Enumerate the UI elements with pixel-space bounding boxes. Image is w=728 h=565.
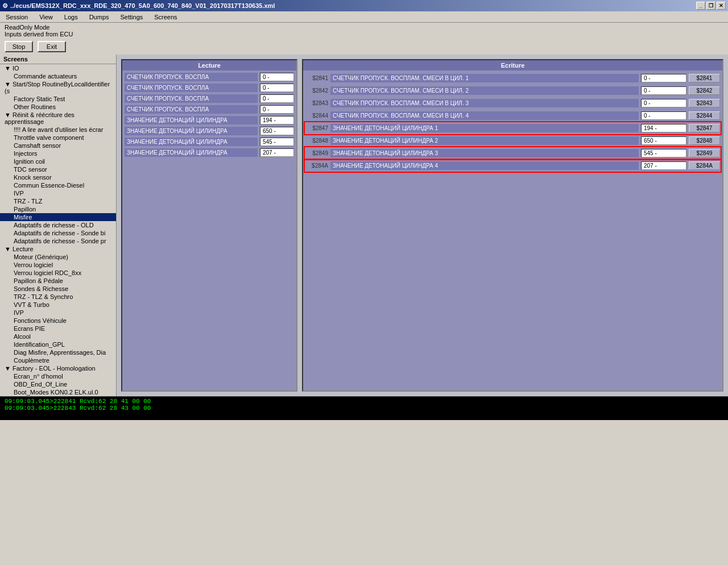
ecriture-addr: $2843 (305, 100, 328, 106)
sidebar-item[interactable]: Ignition coil (0, 157, 116, 165)
sidebar-item[interactable]: Knock sensor (0, 173, 116, 181)
ecriture-write-button[interactable]: $2842 (689, 86, 720, 95)
sidebar-item[interactable]: TRZ - TLZ & Synchro (0, 293, 116, 301)
ecriture-write-button[interactable]: $2844 (689, 111, 720, 120)
lecture-value[interactable]: 545 - (260, 138, 294, 146)
ecriture-value[interactable]: 0 - (641, 74, 686, 82)
sidebar-item[interactable]: Moteur (Générique) (0, 253, 116, 261)
ecriture-value[interactable]: 194 - (641, 124, 686, 132)
ecriture-addr: $2848 (305, 138, 328, 144)
ecriture-value[interactable]: 650 - (641, 136, 686, 145)
sidebar-item[interactable]: ▼ Réinit & réécriture des apprentissage (0, 111, 116, 126)
ecriture-label: СЧЕТЧИК ПРОПУСК. ВОСПЛАМ. СМЕСИ В ЦИЛ. 2 (330, 86, 639, 95)
sidebar-item[interactable]: Other Routines (0, 103, 116, 111)
menu-bar: SessionViewLogsDumpsSettingsScreens (0, 11, 728, 23)
ecriture-value[interactable]: 0 - (641, 99, 686, 107)
sidebar-item[interactable]: Adaptatifs de richesse - OLD (0, 221, 116, 229)
sidebar-item[interactable]: Ecran_n° d'homol (0, 372, 116, 380)
sidebar-item[interactable]: Boot_Modes KON0.2 ELK.ul.0 (0, 388, 116, 396)
ecriture-label: ЗНАЧЕНИЕ ДЕТОНАЦИЙ ЦИЛИНДРА 2 (330, 136, 639, 145)
sidebar-item[interactable]: Papillon (0, 205, 116, 213)
lecture-value[interactable]: 0 - (260, 84, 294, 92)
sidebar-item[interactable]: Adaptatifs de richesse - Sonde pr (0, 237, 116, 245)
ecriture-write-button[interactable]: $2847 (689, 124, 720, 132)
restore-button[interactable]: ❐ (706, 2, 715, 10)
sidebar-item[interactable]: ▼ Lecture (0, 245, 116, 253)
ecriture-value[interactable]: 0 - (641, 111, 686, 120)
lecture-value[interactable]: 0 - (260, 73, 294, 81)
lecture-label: СЧЕТЧИК ПРОПУСК. ВОСПЛА (125, 94, 258, 103)
ecriture-write-button[interactable]: $2849 (689, 149, 720, 157)
menu-item-screens[interactable]: Screens (151, 13, 180, 22)
sidebar-item[interactable]: Fonctions Véhicule (0, 317, 116, 325)
lecture-label: СЧЕТЧИК ПРОПУСК. ВОСПЛА (125, 105, 258, 114)
menu-item-settings[interactable]: Settings (117, 13, 147, 22)
sidebar-item[interactable]: TDC sensor (0, 165, 116, 173)
inputs-derived-label: Inputs derived from ECU (5, 31, 723, 38)
sidebar-item[interactable]: Alcool (0, 333, 116, 340)
sidebar-item[interactable]: Identification_GPL (0, 340, 116, 348)
sidebar-item[interactable]: TRZ - TLZ (0, 197, 116, 205)
ecriture-row: $2841СЧЕТЧИК ПРОПУСК. ВОСПЛАМ. СМЕСИ В Ц… (305, 73, 720, 84)
ecriture-write-button[interactable]: $2843 (689, 99, 720, 107)
exit-button[interactable]: Exit (38, 41, 66, 52)
ecriture-addr: $2841 (305, 75, 328, 81)
sidebar-item[interactable]: Factory Static Test (0, 95, 116, 103)
menu-item-logs[interactable]: Logs (61, 13, 81, 22)
lecture-value[interactable]: 650 - (260, 127, 294, 135)
lecture-value[interactable]: 207 - (260, 148, 294, 157)
ecriture-label: ЗНАЧЕНИЕ ДЕТОНАЦИЙ ЦИЛИНДРА 3 (330, 149, 639, 157)
sidebar-item[interactable]: Papillon & Pédale (0, 277, 116, 285)
sidebar: Screens ▼ IOCommande actuateurs▼ Start/S… (0, 55, 117, 396)
sidebar-item[interactable]: Verrou logiciel RDC_8xx (0, 269, 116, 277)
sidebar-item[interactable]: ▼ Start/Stop RoutineByLocalIdentifier (s (0, 80, 116, 95)
sidebar-item[interactable]: Injectors (0, 149, 116, 157)
lecture-value[interactable]: 0 - (260, 94, 294, 103)
lecture-row: СЧЕТЧИК ПРОПУСК. ВОСПЛА0 - (125, 94, 294, 103)
sidebar-item[interactable]: VVT & Turbo (0, 301, 116, 309)
sidebar-item[interactable]: Diag Misfire, Apprentissages, Dia (0, 348, 116, 356)
ecriture-value[interactable]: 207 - (641, 161, 686, 170)
lecture-row: ЗНАЧЕНИЕ ДЕТОНАЦИЙ ЦИЛИНДРА545 - (125, 138, 294, 146)
sidebar-item[interactable]: !!!! A lire avant d'utiliser les écrar (0, 126, 116, 134)
sidebar-item[interactable]: Camshaft sensor (0, 142, 116, 149)
lecture-value[interactable]: 194 - (260, 116, 294, 124)
ecriture-label: ЗНАЧЕНИЕ ДЕТОНАЦИЙ ЦИЛИНДРА 4 (330, 161, 639, 170)
sidebar-item[interactable]: Misfire (0, 213, 116, 221)
sidebar-item[interactable]: Couplèmetre (0, 356, 116, 364)
sidebar-item[interactable]: IVP (0, 189, 116, 197)
ecriture-value[interactable]: 545 - (641, 149, 686, 157)
sidebar-item[interactable]: Sondes & Richesse (0, 285, 116, 293)
menu-item-session[interactable]: Session (2, 13, 31, 22)
lecture-row: СЧЕТЧИК ПРОПУСК. ВОСПЛА0 - (125, 84, 294, 92)
close-button[interactable]: ✕ (717, 2, 726, 10)
sidebar-item[interactable]: Commun Essence-Diesel (0, 181, 116, 189)
ecriture-rows: $2841СЧЕТЧИК ПРОПУСК. ВОСПЛАМ. СМЕСИ В Ц… (303, 70, 722, 173)
menu-item-dumps[interactable]: Dumps (86, 13, 113, 22)
ecriture-addr: $2844 (305, 113, 328, 119)
sidebar-item[interactable]: Ecrans PIE (0, 325, 116, 333)
sidebar-item[interactable]: Adaptatifs de richesse - Sonde bi (0, 229, 116, 237)
ecriture-write-button[interactable]: $2848 (689, 136, 720, 145)
ecriture-row: $284AЗНАЧЕНИЕ ДЕТОНАЦИЙ ЦИЛИНДРА 4207 -$… (305, 160, 720, 171)
ecriture-value[interactable]: 0 - (641, 86, 686, 95)
ecriture-row: $2847ЗНАЧЕНИЕ ДЕТОНАЦИЙ ЦИЛИНДРА 1194 -$… (305, 123, 720, 134)
sidebar-item[interactable]: OBD_End_Of_Line (0, 380, 116, 388)
minimize-button[interactable]: _ (696, 2, 705, 10)
sidebar-item[interactable]: IVP (0, 309, 116, 317)
sidebar-item[interactable]: Commande actuateurs (0, 72, 116, 80)
ecriture-row: $2848ЗНАЧЕНИЕ ДЕТОНАЦИЙ ЦИЛИНДРА 2650 -$… (305, 135, 720, 146)
window-title: ../ecus/EMS312X_RDC_xxx_RDE_320_470_5A0_… (10, 2, 275, 9)
lecture-row: ЗНАЧЕНИЕ ДЕТОНАЦИЙ ЦИЛИНДРА650 - (125, 127, 294, 135)
menu-item-view[interactable]: View (36, 13, 56, 22)
lecture-value[interactable]: 0 - (260, 105, 294, 114)
sidebar-item[interactable]: Verrou logiciel (0, 261, 116, 269)
ecriture-write-button[interactable]: $284A (689, 161, 720, 170)
title-bar: ⚙ ../ecus/EMS312X_RDC_xxx_RDE_320_470_5A… (0, 0, 728, 11)
sidebar-item[interactable]: ▼ Factory - EOL - Homologation (0, 364, 116, 372)
sidebar-item[interactable]: Throttle valve component (0, 134, 116, 142)
ecriture-addr: $2849 (305, 150, 328, 156)
ecriture-write-button[interactable]: $2841 (689, 74, 720, 82)
sidebar-item[interactable]: ▼ IO (0, 64, 116, 72)
stop-button[interactable]: Stop (5, 41, 33, 52)
